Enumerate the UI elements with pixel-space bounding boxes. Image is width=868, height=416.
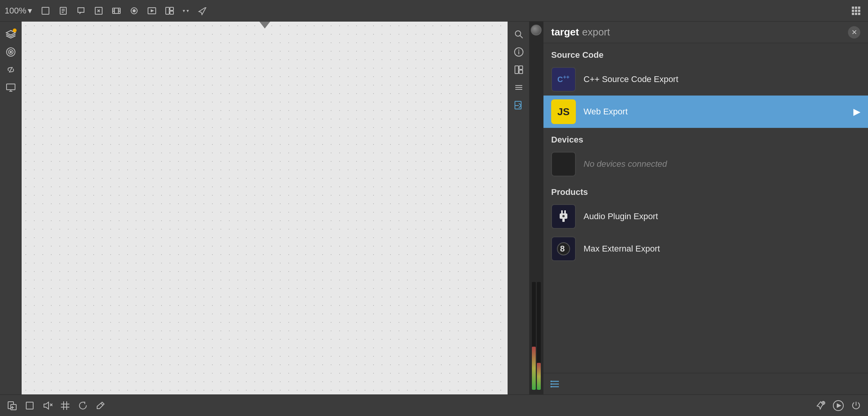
svg-line-39 — [520, 35, 523, 38]
cpp-export-icon: C ++ — [551, 67, 576, 92]
mute-bottom-icon[interactable] — [40, 398, 55, 413]
audio-plugin-label: Audio Plugin Export — [584, 211, 860, 221]
svg-rect-26 — [855, 10, 857, 12]
svg-rect-8 — [113, 8, 120, 13]
svg-rect-25 — [852, 10, 854, 12]
no-devices-label: No devices connected — [584, 159, 860, 169]
zoom-dropdown-icon[interactable]: ▾ — [28, 6, 32, 16]
crop-bottom-icon[interactable] — [22, 398, 37, 413]
panel-list-bottom-icon[interactable] — [550, 379, 560, 389]
js-icon-text: JS — [557, 106, 570, 118]
cpp-export-label: C++ Source Code Export — [584, 74, 860, 84]
close-tool-icon[interactable] — [91, 3, 106, 18]
svg-rect-27 — [858, 10, 860, 12]
source-code-section-header: Source Code — [543, 43, 868, 63]
svg-text:++: ++ — [563, 74, 569, 80]
add-bottom-icon[interactable] — [813, 398, 828, 413]
level-bars — [532, 39, 541, 391]
clip-sidebar-icon[interactable] — [3, 62, 19, 78]
memo-tool-icon[interactable] — [56, 3, 71, 18]
search-right-icon[interactable] — [511, 26, 527, 42]
svg-rect-21 — [170, 11, 173, 14]
audio-plugin-item[interactable]: Audio Plugin Export — [543, 200, 868, 233]
comment-tool-icon[interactable] — [74, 3, 88, 18]
level-knob[interactable] — [531, 25, 542, 35]
svg-point-65 — [550, 386, 552, 387]
svg-rect-70 — [26, 402, 33, 409]
new-bottom-icon[interactable] — [5, 398, 19, 413]
play-dropdown-icon[interactable]: ▾ — [184, 3, 192, 18]
panel-right-icon[interactable] — [511, 62, 527, 78]
refresh-bottom-icon[interactable] — [76, 398, 90, 413]
svg-text:8: 8 — [560, 244, 565, 253]
play-bottom-icon[interactable] — [831, 398, 846, 413]
svg-marker-18 — [151, 9, 154, 12]
svg-point-34 — [10, 51, 12, 53]
svg-rect-35 — [7, 84, 15, 90]
svg-point-38 — [515, 31, 521, 36]
panel-bottom — [543, 373, 868, 394]
zoom-control[interactable]: 100% ▾ — [5, 6, 32, 16]
svg-text:C: C — [557, 75, 563, 84]
main-canvas[interactable] — [22, 22, 508, 394]
power-bottom-icon[interactable] — [849, 398, 863, 413]
level-fill-left — [532, 347, 536, 390]
target-sidebar-icon[interactable] — [3, 44, 19, 60]
left-sidebar — [0, 22, 22, 394]
web-export-chevron: ▶ — [853, 106, 860, 117]
build-bottom-icon[interactable] — [93, 398, 108, 413]
grid-view-icon[interactable] — [849, 3, 863, 18]
info-right-icon[interactable] — [511, 44, 527, 60]
svg-line-79 — [101, 403, 103, 405]
play-tool-icon[interactable] — [145, 3, 159, 18]
web-export-label: Web Export — [584, 107, 846, 117]
grid-bottom-icon[interactable] — [58, 398, 72, 413]
svg-rect-24 — [858, 7, 860, 9]
canvas-arrow — [259, 22, 270, 29]
svg-rect-0 — [42, 7, 49, 14]
export-right-icon[interactable] — [511, 97, 527, 113]
no-devices-item: No devices connected — [543, 148, 868, 180]
svg-rect-20 — [170, 7, 173, 10]
svg-point-42 — [518, 50, 519, 51]
svg-rect-43 — [515, 66, 518, 74]
top-toolbar: 100% ▾ — [0, 0, 868, 22]
list-right-icon[interactable] — [511, 79, 527, 96]
svg-rect-22 — [852, 7, 854, 9]
svg-rect-56 — [562, 219, 565, 222]
products-section-header: Products — [543, 180, 868, 200]
svg-rect-44 — [519, 66, 523, 69]
record-tool-icon[interactable] — [127, 3, 141, 18]
web-export-icon: JS — [551, 99, 576, 124]
export-title-sub: export — [582, 26, 610, 38]
cpp-export-item[interactable]: C ++ C++ Source Code Export — [543, 63, 868, 96]
svg-point-57 — [562, 215, 565, 217]
paint-tool-icon[interactable] — [195, 3, 209, 18]
layers-sidebar-icon[interactable] — [3, 26, 19, 42]
frame-tool-icon[interactable] — [38, 3, 53, 18]
export-panel-header: target export ✕ — [543, 22, 868, 43]
export-panel-content: Source Code C ++ C++ Source Code Export … — [543, 43, 868, 373]
export-panel: target export ✕ Source Code C ++ C++ Sou… — [543, 22, 868, 394]
svg-rect-30 — [858, 13, 860, 15]
layers-badge — [13, 29, 17, 32]
device-icon — [551, 152, 576, 176]
max-external-icon: 8 — [551, 237, 576, 261]
svg-point-64 — [550, 383, 552, 385]
film-tool-icon[interactable] — [109, 3, 124, 18]
web-export-item[interactable]: JS Web Export ▶ — [543, 96, 868, 128]
export-panel-close-button[interactable]: ✕ — [848, 26, 860, 39]
svg-point-63 — [550, 381, 552, 382]
monitor-sidebar-icon[interactable] — [3, 79, 19, 96]
canvas-container — [22, 22, 508, 394]
svg-marker-84 — [837, 403, 841, 408]
export-panel-title: target export — [551, 26, 610, 38]
right-vertical-icons — [508, 22, 529, 394]
svg-rect-28 — [852, 13, 854, 15]
svg-rect-45 — [519, 70, 523, 74]
layout-tool-icon[interactable] — [162, 3, 177, 18]
svg-rect-29 — [855, 13, 857, 15]
svg-rect-19 — [166, 7, 169, 14]
max-external-item[interactable]: 8 Max External Export — [543, 233, 868, 265]
level-fill-right — [537, 363, 541, 390]
